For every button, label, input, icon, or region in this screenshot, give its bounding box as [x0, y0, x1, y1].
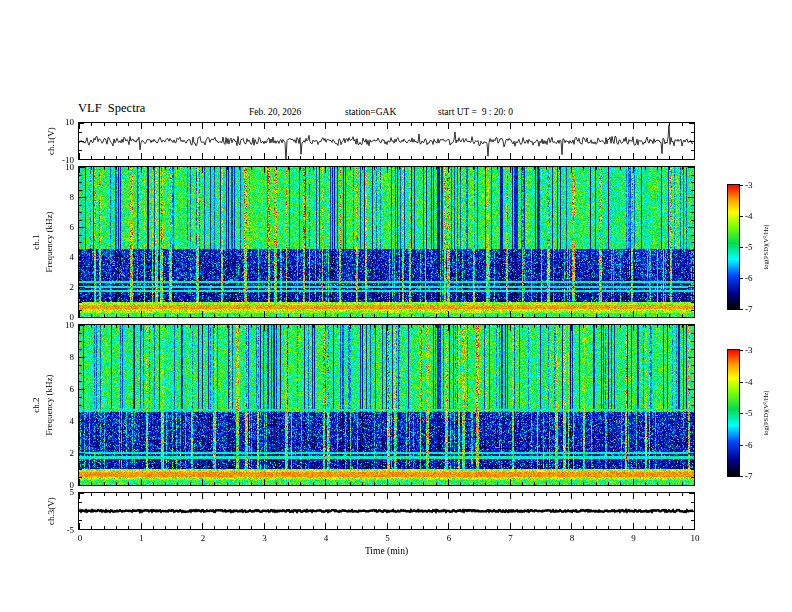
axis-tick	[596, 325, 597, 328]
axis-tick	[165, 325, 166, 328]
spectrogram-canvas-ch1	[79, 167, 694, 317]
axis-tick	[79, 453, 85, 454]
ylabel-ch3-volts: ch.3(V)	[47, 497, 56, 525]
axis-tick	[571, 123, 572, 129]
axis-tick	[350, 156, 351, 159]
axis-tick	[620, 314, 621, 317]
axis-tick	[214, 482, 215, 485]
axis-tick	[620, 325, 621, 328]
axis-tick	[571, 479, 572, 485]
axis-tick	[596, 526, 597, 529]
axis-tick	[485, 156, 486, 159]
axis-tick	[691, 250, 694, 251]
axis-tick	[399, 156, 400, 159]
axis-tick	[313, 482, 314, 485]
axis-tick	[691, 520, 694, 521]
axis-tick	[689, 141, 694, 142]
axis-tick	[79, 485, 85, 486]
colorbar2-tick-label: -6	[745, 440, 761, 450]
ch3-ymin-label: -5	[52, 525, 74, 535]
axis-tick	[546, 482, 547, 485]
axis-tick	[399, 325, 400, 328]
axis-tick	[399, 314, 400, 317]
axis-tick	[79, 212, 82, 213]
axis-tick	[190, 325, 191, 328]
axis-tick	[657, 325, 658, 328]
axis-tick	[337, 167, 338, 170]
axis-tick	[411, 123, 412, 126]
axis-tick	[423, 167, 424, 170]
axis-tick	[177, 167, 178, 170]
axis-tick	[689, 493, 694, 494]
axis-tick	[485, 123, 486, 126]
axis-tick	[657, 156, 658, 159]
axis-tick	[740, 445, 743, 446]
axis-tick	[239, 314, 240, 317]
x-tick-label: 7	[504, 533, 518, 543]
axis-tick	[460, 314, 461, 317]
axis-tick	[473, 526, 474, 529]
axis-tick	[691, 272, 694, 273]
axis-tick	[694, 311, 695, 317]
axis-tick	[387, 123, 388, 129]
axis-tick	[79, 529, 84, 530]
axis-tick	[497, 493, 498, 496]
axis-tick	[79, 325, 85, 326]
axis-tick	[177, 314, 178, 317]
axis-tick	[79, 159, 84, 160]
axis-tick	[177, 325, 178, 328]
axis-tick	[79, 429, 82, 430]
axis-tick	[608, 123, 609, 126]
axis-tick	[546, 325, 547, 328]
axis-tick	[608, 156, 609, 159]
axis-tick	[300, 167, 301, 170]
axis-tick	[620, 526, 621, 529]
axis-tick	[239, 482, 240, 485]
axis-tick	[128, 167, 129, 170]
axis-tick	[423, 493, 424, 496]
axis-tick	[116, 156, 117, 159]
ylabel-spec2-frequency: Frequency (kHz)	[45, 374, 54, 435]
axis-tick	[79, 341, 82, 342]
waveform-panel-ch1	[78, 122, 695, 160]
vlf-spectra-figure: VLF Spectra Feb. 20, 2026 station=GAK st…	[0, 0, 792, 612]
axis-tick	[202, 325, 203, 331]
axis-tick	[153, 314, 154, 317]
axis-tick	[497, 123, 498, 126]
axis-tick	[460, 123, 461, 126]
axis-tick	[559, 493, 560, 496]
axis-tick	[79, 437, 82, 438]
axis-tick	[633, 123, 634, 129]
axis-tick	[740, 382, 743, 383]
axis-tick	[362, 325, 363, 328]
axis-tick	[645, 123, 646, 126]
axis-tick	[288, 325, 289, 328]
spec2-y-tick-label: 0	[54, 480, 74, 490]
axis-tick	[79, 502, 82, 503]
axis-tick	[313, 167, 314, 170]
axis-tick	[288, 493, 289, 496]
axis-tick	[79, 141, 84, 142]
axis-tick	[374, 314, 375, 317]
wave-ymax-label: 10	[52, 117, 74, 127]
axis-tick	[694, 123, 695, 129]
axis-tick	[79, 469, 82, 470]
axis-tick	[546, 123, 547, 126]
colorbar1-unit-label: log(PSD)(V²/Hz)	[762, 225, 769, 270]
axis-tick	[325, 123, 326, 129]
spec2-y-tick-label: 4	[54, 416, 74, 426]
axis-tick	[79, 365, 82, 366]
spec1-y-tick-label: 6	[54, 222, 74, 232]
axis-tick	[460, 156, 461, 159]
axis-tick	[337, 526, 338, 529]
axis-tick	[633, 167, 634, 173]
axis-tick	[571, 493, 572, 499]
axis-tick	[691, 349, 694, 350]
axis-tick	[313, 493, 314, 496]
axis-tick	[79, 461, 82, 462]
axis-tick	[583, 482, 584, 485]
axis-tick	[116, 123, 117, 126]
axis-tick	[104, 526, 105, 529]
axis-tick	[116, 167, 117, 170]
axis-tick	[460, 167, 461, 170]
